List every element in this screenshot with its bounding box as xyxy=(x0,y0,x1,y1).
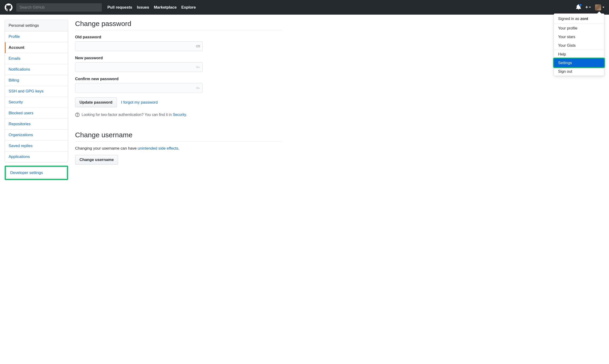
notifications-button[interactable] xyxy=(576,4,581,10)
sidebar-item-notifications[interactable]: Notifications xyxy=(5,64,68,75)
new-password-input[interactable] xyxy=(75,62,203,72)
new-password-label: New password xyxy=(75,56,282,60)
dropdown-your-gists[interactable]: Your Gists xyxy=(554,41,604,50)
settings-sidebar: Personal settings Profile Account Emails… xyxy=(5,20,68,180)
forgot-password-link[interactable]: I forgot my password xyxy=(121,100,158,105)
svg-rect-0 xyxy=(196,45,200,47)
sidebar-item-organizations[interactable]: Organizations xyxy=(5,130,68,141)
keyboard-icon xyxy=(196,44,200,49)
sidebar-item-profile[interactable]: Profile xyxy=(5,31,68,42)
security-link[interactable]: Security xyxy=(173,113,186,117)
sidebar-item-billing[interactable]: Billing xyxy=(5,75,68,86)
caret-down-icon xyxy=(602,7,604,8)
nav-pull-requests[interactable]: Pull requests xyxy=(107,5,132,10)
user-dropdown: Signed in as zont Your profile Your star… xyxy=(554,13,604,76)
question-icon xyxy=(75,112,80,117)
sidebar-item-repositories[interactable]: Repositories xyxy=(5,119,68,130)
nav-marketplace[interactable]: Marketplace xyxy=(154,5,177,10)
notification-dot xyxy=(579,3,582,7)
main-content: Change password Old password New passwor… xyxy=(75,20,291,165)
dropdown-signed-in: Signed in as zont xyxy=(554,14,604,24)
caret-down-icon xyxy=(589,7,591,8)
sidebar-item-security[interactable]: Security xyxy=(5,97,68,108)
change-username-text: Changing your username can have unintend… xyxy=(75,146,282,151)
dropdown-sign-out[interactable]: Sign out xyxy=(554,67,604,76)
old-password-input[interactable] xyxy=(75,41,203,51)
dropdown-help[interactable]: Help xyxy=(554,50,604,59)
sidebar-item-saved-replies[interactable]: Saved replies xyxy=(5,141,68,151)
svg-rect-2 xyxy=(197,46,198,46)
confirm-password-label: Confirm new password xyxy=(75,77,282,81)
change-password-title: Change password xyxy=(75,20,282,30)
dropdown-settings[interactable]: Settings xyxy=(554,59,604,67)
sidebar-item-blocked-users[interactable]: Blocked users xyxy=(5,108,68,119)
old-password-label: Old password xyxy=(75,35,282,39)
svg-point-5 xyxy=(196,66,198,68)
plus-icon: + xyxy=(585,5,588,10)
developer-settings-highlight: Developer settings xyxy=(5,166,68,180)
avatar-icon xyxy=(595,4,601,11)
two-factor-hint: Looking for two-factor authentication? Y… xyxy=(75,112,282,117)
change-username-button[interactable]: Change username xyxy=(75,155,118,165)
github-logo-icon[interactable] xyxy=(5,3,13,11)
sidebar-item-ssh-gpg[interactable]: SSH and GPG keys xyxy=(5,86,68,97)
sidebar-header: Personal settings xyxy=(5,20,68,31)
nav-explore[interactable]: Explore xyxy=(181,5,196,10)
key-icon xyxy=(196,65,200,69)
user-menu-button[interactable] xyxy=(595,4,604,11)
sidebar-item-account[interactable]: Account xyxy=(5,42,68,53)
key-icon xyxy=(196,86,200,90)
update-password-button[interactable]: Update password xyxy=(75,98,117,107)
svg-point-6 xyxy=(196,87,198,89)
create-new-dropdown[interactable]: + xyxy=(585,5,591,10)
search-input[interactable] xyxy=(16,3,102,12)
confirm-password-input[interactable] xyxy=(75,83,203,93)
header-right: + xyxy=(576,4,604,11)
dropdown-your-stars[interactable]: Your stars xyxy=(554,33,604,41)
svg-rect-4 xyxy=(197,46,199,47)
svg-point-8 xyxy=(77,116,78,116)
sidebar-item-developer-settings[interactable]: Developer settings xyxy=(7,168,66,178)
change-username-title: Change username xyxy=(75,131,282,142)
sidebar-item-applications[interactable]: Applications xyxy=(5,151,68,162)
nav-links: Pull requests Issues Marketplace Explore xyxy=(107,5,196,10)
svg-rect-1 xyxy=(196,46,197,46)
svg-rect-3 xyxy=(198,46,198,46)
dropdown-your-profile[interactable]: Your profile xyxy=(554,24,604,33)
nav-issues[interactable]: Issues xyxy=(137,5,149,10)
unintended-effects-link[interactable]: unintended side effects xyxy=(138,146,178,151)
sidebar-item-emails[interactable]: Emails xyxy=(5,53,68,64)
top-header: Pull requests Issues Marketplace Explore… xyxy=(0,0,609,15)
